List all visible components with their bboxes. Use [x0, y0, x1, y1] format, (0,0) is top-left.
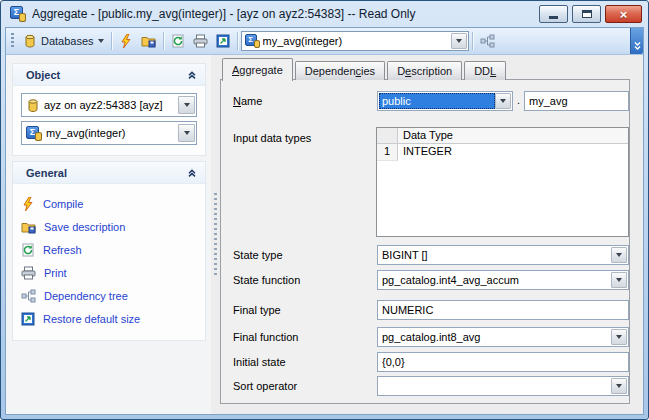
dropdown-arrow-icon: [184, 131, 190, 135]
schema-name-separator: .: [517, 94, 520, 106]
dropdown-arrow-button[interactable]: [495, 93, 511, 109]
minimize-button[interactable]: [539, 5, 568, 23]
dropdown-arrow-button[interactable]: [611, 378, 627, 394]
dropdown-arrow-button[interactable]: [178, 124, 195, 142]
dropdown-arrow-icon: [456, 39, 462, 43]
save-description-icon: [141, 34, 156, 48]
data-type-cell[interactable]: INTEGER: [398, 144, 628, 161]
object-panel-title: Object: [26, 69, 60, 81]
database-combo[interactable]: ayz on ayz2:54383 [ayz]: [21, 93, 197, 117]
object-panel-header[interactable]: Object: [13, 64, 205, 86]
databases-button[interactable]: Databases: [19, 30, 108, 52]
sort-operator-combo[interactable]: [377, 376, 629, 396]
link-dependency-tree[interactable]: Dependency tree: [19, 284, 205, 307]
object-combo[interactable]: Σ my_avg(integer): [21, 121, 197, 145]
dropdown-arrow-button[interactable]: [611, 272, 627, 288]
aggregate-object-icon: Σ: [245, 34, 260, 48]
collapse-panel-icon[interactable]: [187, 70, 197, 80]
general-panel-title: General: [26, 167, 67, 179]
save-description-button[interactable]: [137, 30, 160, 52]
final-function-label: Final function: [233, 327, 298, 347]
link-compile[interactable]: Compile: [19, 192, 205, 215]
close-button[interactable]: ×: [605, 5, 642, 23]
dropdown-arrow-icon: [616, 335, 622, 339]
tab-ddl[interactable]: DDL: [464, 61, 506, 80]
tab-aggregate[interactable]: Aggregate: [222, 58, 293, 81]
row-number-cell: 1: [377, 144, 398, 161]
state-function-label: State function: [233, 270, 300, 290]
chevron-down-icon: [98, 39, 104, 43]
tab-dependencies[interactable]: Dependencies: [295, 61, 385, 80]
object-panel-body: ayz on ayz2:54383 [ayz] Σ my_avg(integer…: [13, 86, 205, 155]
link-refresh[interactable]: Refresh: [19, 238, 205, 261]
object-panel: Object ayz on ayz2:54383 [ayz] Σ: [12, 63, 206, 156]
dropdown-arrow-icon: [500, 99, 506, 103]
database-icon: [26, 98, 40, 113]
link-restore-default-size[interactable]: Restore default size: [19, 307, 205, 330]
initial-state-input[interactable]: [377, 352, 629, 372]
link-save-description[interactable]: Save description: [19, 215, 205, 238]
input-data-types-label: Input data types: [233, 128, 311, 148]
print-button[interactable]: [189, 30, 212, 52]
dependency-tree-icon: [480, 34, 495, 48]
dropdown-arrow-button[interactable]: [611, 329, 627, 345]
input-data-types-table[interactable]: Data Type 1 INTEGER: [376, 127, 629, 237]
main-panel: Aggregate Dependencies Description DDL N…: [220, 55, 641, 412]
toolbar-separator: [111, 32, 112, 50]
restore-default-size-button[interactable]: [212, 30, 234, 52]
toolbar-separator: [472, 32, 473, 50]
dropdown-arrow-button[interactable]: [178, 96, 195, 114]
maximize-icon: [582, 10, 592, 18]
client-area: Databases Σ: [5, 27, 644, 415]
aggregate-tab-page: Name public . Input data types: [220, 79, 630, 404]
final-function-combo[interactable]: pg_catalog.int8_avg: [377, 327, 629, 347]
sidebar-splitter[interactable]: [211, 55, 220, 414]
dropdown-arrow-icon: [184, 103, 190, 107]
name-label: Name: [233, 91, 262, 111]
minimize-icon: [549, 16, 558, 19]
aggregate-object-icon: Σ: [26, 126, 42, 141]
aggregate-name-input[interactable]: [524, 91, 629, 111]
table-corner-cell: [377, 128, 398, 144]
lightning-icon: [119, 34, 133, 48]
final-function-row: Final function pg_catalog.int8_avg: [221, 327, 629, 347]
table-row[interactable]: 1 INTEGER: [377, 144, 628, 161]
final-type-input[interactable]: [377, 300, 629, 320]
refresh-button[interactable]: [167, 30, 189, 52]
state-function-combo[interactable]: pg_catalog.int4_avg_accum: [377, 270, 629, 290]
state-function-row: State function pg_catalog.int4_avg_accum: [221, 270, 629, 290]
state-type-label: State type: [233, 245, 283, 265]
tab-bar: Aggregate Dependencies Description DDL: [222, 57, 506, 80]
object-selector-combo[interactable]: Σ my_avg(integer): [241, 31, 469, 51]
aggregate-app-icon: Σ: [10, 6, 26, 22]
tab-description[interactable]: Description: [387, 61, 462, 80]
dependency-tree-button[interactable]: [476, 30, 499, 52]
titlebar: Σ Aggregate - [public.my_avg(integer)] -…: [1, 1, 648, 27]
toolbar-separator: [163, 32, 164, 50]
general-panel-header[interactable]: General: [13, 162, 205, 184]
toolbar-overflow-button[interactable]: [630, 28, 643, 54]
dropdown-arrow-button[interactable]: [451, 33, 467, 49]
table-empty-area: [377, 161, 628, 236]
dependency-tree-icon: [21, 289, 36, 303]
maximize-button[interactable]: [572, 5, 601, 23]
schema-combo[interactable]: public: [377, 91, 513, 111]
toolbar-grip[interactable]: [11, 33, 14, 49]
restore-default-size-icon: [216, 34, 230, 48]
sort-operator-row: Sort operator: [221, 376, 629, 396]
save-description-icon: [21, 220, 36, 234]
double-chevron-down-icon: [633, 41, 642, 51]
refresh-icon: [171, 34, 185, 48]
database-combo-value: ayz on ayz2:54383 [ayz]: [44, 99, 174, 111]
dropdown-arrow-button[interactable]: [611, 247, 627, 263]
compile-button[interactable]: [115, 30, 137, 52]
schema-combo-value: public: [379, 93, 495, 109]
splitter-grip: [214, 193, 217, 277]
link-print[interactable]: Print: [19, 261, 205, 284]
state-type-combo[interactable]: BIGINT []: [377, 245, 629, 265]
lightning-icon: [21, 197, 35, 211]
database-mini-icon: [19, 13, 26, 22]
collapse-panel-icon[interactable]: [187, 168, 197, 178]
object-selector-value: my_avg(integer): [263, 35, 448, 47]
refresh-icon: [21, 243, 35, 257]
